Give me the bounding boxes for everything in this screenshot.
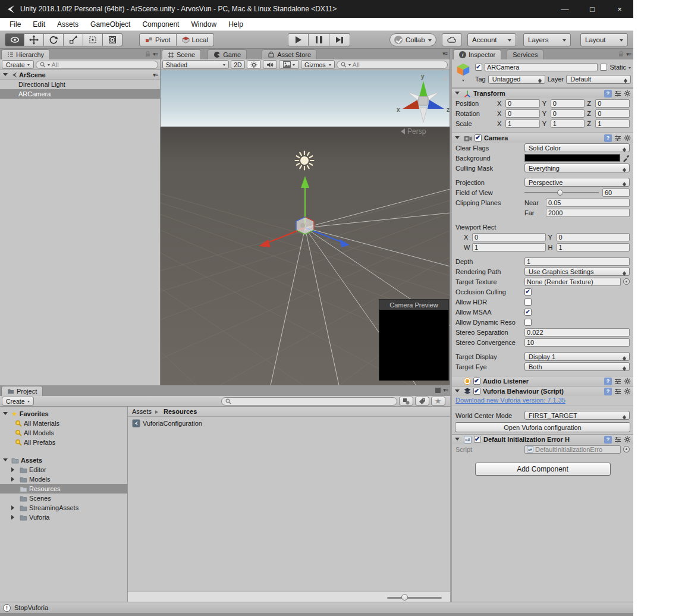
menu-edit[interactable]: Edit — [27, 20, 51, 29]
persp-label[interactable]: Persp — [398, 127, 426, 136]
stereo-separation-field[interactable]: 0.022 — [524, 328, 630, 337]
close-button[interactable]: × — [606, 0, 633, 18]
scale-y-field[interactable]: 1 — [551, 120, 585, 128]
layers-dropdown[interactable]: Layers — [523, 33, 571, 46]
gear-icon[interactable] — [624, 436, 631, 443]
menu-window[interactable]: Window — [185, 20, 222, 29]
favorite-all-models[interactable]: All Models — [0, 428, 127, 438]
folder-scenes[interactable]: Scenes — [0, 494, 127, 503]
add-component-button[interactable]: Add Component — [475, 463, 611, 476]
local-toggle-button[interactable]: Local — [177, 33, 215, 46]
panel-menu-icon[interactable]: ▾≡ — [443, 387, 448, 393]
allow-dynamic-resolution-checkbox[interactable] — [524, 319, 532, 326]
help-icon[interactable]: ? — [604, 90, 612, 98]
tab-inspector[interactable]: i Inspector — [453, 49, 501, 59]
gear-icon[interactable] — [624, 134, 631, 142]
foldout-icon[interactable] — [11, 515, 17, 520]
menu-assets[interactable]: Assets — [51, 20, 84, 29]
thumbnail-size-slider[interactable] — [387, 594, 442, 601]
tab-project[interactable]: Project — [1, 386, 43, 396]
orientation-gizmo[interactable]: y x z — [396, 73, 450, 127]
eyedropper-icon[interactable] — [623, 155, 630, 162]
scene-root-arscene[interactable]: ArScene ▾≡ — [0, 70, 160, 80]
transform-component-header[interactable]: Transform ? — [452, 88, 633, 98]
lock-filled-icon[interactable] — [435, 388, 441, 393]
play-button[interactable] — [288, 33, 309, 46]
tab-asset-store[interactable]: Asset Store — [262, 49, 317, 59]
gear-icon[interactable] — [624, 378, 631, 385]
hierarchy-search-input[interactable]: All — [36, 61, 158, 69]
move-tool-button[interactable] — [24, 33, 44, 46]
tab-game[interactable]: Game — [208, 49, 247, 59]
rotation-y-field[interactable]: 0 — [551, 109, 585, 118]
viewport-h-field[interactable]: 1 — [557, 243, 630, 252]
preset-icon[interactable] — [614, 436, 621, 443]
assets-root[interactable]: Assets — [0, 455, 127, 465]
gizmo-y-cone[interactable] — [419, 81, 428, 97]
foldout-icon[interactable] — [11, 505, 17, 510]
gizmo-z-cone[interactable] — [428, 100, 444, 109]
vuforia-enabled-checkbox[interactable] — [473, 388, 480, 395]
position-y-field[interactable]: 0 — [551, 99, 585, 108]
scene-search-input[interactable]: All — [337, 61, 448, 69]
tab-services[interactable]: Services — [507, 49, 543, 59]
breadcrumb-current[interactable]: Resources — [164, 408, 197, 415]
search-by-label-button[interactable] — [415, 397, 429, 406]
clear-flags-dropdown[interactable]: Solid Color — [524, 143, 630, 152]
scene-lighting-button[interactable] — [247, 60, 261, 69]
maximize-button[interactable]: □ — [579, 0, 606, 18]
camera-enabled-checkbox[interactable] — [475, 134, 482, 142]
camera-gizmo-cube[interactable] — [296, 217, 314, 234]
stereo-convergence-field[interactable]: 10 — [524, 338, 630, 347]
menu-component[interactable]: Component — [136, 20, 185, 29]
gear-icon[interactable] — [624, 90, 631, 97]
hierarchy-item-arcamera[interactable]: ARCamera — [0, 89, 160, 99]
rect-tool-button[interactable] — [83, 33, 103, 46]
gameobject-name-field[interactable]: ARCamera — [485, 63, 598, 71]
scale-z-field[interactable]: 1 — [595, 120, 630, 128]
breadcrumb-assets[interactable]: Assets — [132, 408, 152, 415]
clipping-near-field[interactable]: 0.05 — [546, 199, 630, 207]
occlusion-culling-checkbox[interactable] — [524, 288, 532, 296]
shading-mode-dropdown[interactable]: Shaded — [162, 60, 229, 69]
viewport-w-field[interactable]: 1 — [472, 243, 546, 252]
status-bar[interactable]: ! StopVuforia — [0, 602, 633, 613]
account-dropdown[interactable]: Account — [467, 33, 516, 46]
static-checkbox[interactable] — [600, 64, 607, 71]
foldout-icon[interactable] — [455, 389, 460, 395]
help-icon[interactable]: ? — [604, 134, 612, 142]
transform-tool-button[interactable] — [103, 33, 122, 46]
allow-hdr-checkbox[interactable] — [524, 298, 532, 306]
foldout-icon[interactable] — [455, 92, 460, 97]
position-x-field[interactable]: 0 — [505, 99, 540, 108]
object-picker-icon[interactable] — [623, 278, 630, 285]
camera-component-header[interactable]: Camera ? — [452, 133, 633, 143]
lock-icon[interactable] — [145, 51, 150, 57]
culling-mask-dropdown[interactable]: Everything — [524, 164, 630, 172]
step-button[interactable] — [329, 33, 350, 46]
folder-streamingassets[interactable]: StreamingAssets — [0, 503, 127, 513]
panel-menu-icon[interactable]: ▾≡ — [153, 51, 158, 57]
slider-knob[interactable] — [401, 594, 408, 601]
target-eye-dropdown[interactable]: Both — [524, 362, 630, 371]
panel-menu-icon[interactable]: ▾≡ — [442, 51, 447, 56]
scene-menu-icon[interactable]: ▾≡ — [153, 72, 158, 78]
world-center-mode-dropdown[interactable]: FIRST_TARGET — [524, 411, 630, 420]
project-search-input[interactable] — [221, 397, 397, 406]
layer-dropdown[interactable]: Default — [566, 75, 631, 84]
foldout-icon[interactable] — [3, 458, 8, 464]
layout-dropdown[interactable]: Layout — [580, 33, 628, 46]
gizmo-x-cone[interactable] — [403, 100, 419, 109]
preset-icon[interactable] — [614, 90, 621, 97]
collab-dropdown[interactable]: Collab — [389, 33, 436, 46]
folder-editor[interactable]: Editor — [0, 465, 127, 474]
tag-dropdown[interactable]: Untagged — [488, 75, 545, 84]
pause-button[interactable] — [309, 33, 329, 46]
gizmo-center-cube[interactable] — [419, 96, 428, 105]
fov-slider[interactable] — [524, 188, 599, 197]
minimize-button[interactable]: — — [551, 0, 579, 18]
audio-listener-header[interactable]: Audio Listener ? — [452, 376, 633, 386]
favorite-all-materials[interactable]: All Materials — [0, 419, 127, 428]
project-create-button[interactable]: Create — [2, 397, 34, 406]
cloud-button[interactable] — [442, 33, 462, 46]
